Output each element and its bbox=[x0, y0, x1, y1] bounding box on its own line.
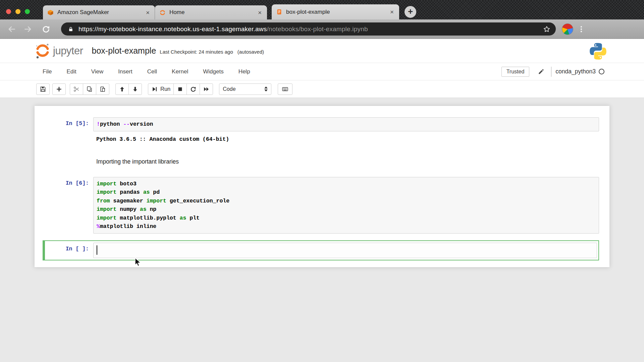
notebook-header: jupyter box-plot-example Last Checkpoint… bbox=[0, 39, 644, 63]
menu-insert[interactable]: Insert bbox=[118, 68, 132, 75]
command-palette-button[interactable] bbox=[278, 83, 292, 95]
insert-group bbox=[52, 83, 66, 95]
restart-icon bbox=[190, 86, 197, 93]
lock-icon bbox=[68, 26, 74, 32]
url-path: /notebooks/box-plot-example.ipynb bbox=[267, 25, 368, 33]
save-group bbox=[36, 83, 50, 95]
browser-profile-avatar[interactable] bbox=[562, 23, 573, 35]
text-caret bbox=[97, 245, 97, 255]
notebook-doc-icon bbox=[276, 9, 282, 15]
prompt-column bbox=[35, 135, 93, 144]
fast-forward-icon bbox=[203, 86, 210, 93]
notebook-toolbar: Run Code bbox=[0, 80, 644, 98]
reload-icon[interactable] bbox=[42, 25, 50, 34]
cell-type-select[interactable]: Code bbox=[219, 83, 271, 95]
output-area: Python 3.6.5 :: Anaconda custom (64-bit) bbox=[35, 135, 599, 144]
menu-cell[interactable]: Cell bbox=[147, 68, 157, 75]
tab-title: Home bbox=[169, 9, 257, 16]
address-bar[interactable]: https://my-notebook-instance.notebook.us… bbox=[61, 22, 556, 36]
autosave-status: (autosaved) bbox=[237, 49, 264, 55]
window-close-button[interactable] bbox=[6, 9, 11, 14]
notebook-title[interactable]: box-plot-example bbox=[92, 46, 156, 56]
move-cell-down-button[interactable] bbox=[128, 83, 142, 95]
jupyter-logo-icon[interactable] bbox=[35, 43, 50, 59]
input-prompt: In [5]: bbox=[66, 117, 89, 127]
input-prompt: In [ ]: bbox=[66, 243, 89, 252]
menu-view[interactable]: View bbox=[91, 68, 104, 75]
back-icon[interactable] bbox=[7, 25, 16, 34]
tab-close-icon[interactable]: × bbox=[389, 9, 394, 15]
copy-cell-button[interactable] bbox=[83, 83, 96, 95]
markdown-cell[interactable]: Importing the important libraries bbox=[35, 157, 599, 166]
selected-empty-cell[interactable]: In [ ]: bbox=[43, 240, 599, 260]
tab-close-icon[interactable]: × bbox=[257, 9, 262, 16]
menu-file[interactable]: File bbox=[43, 68, 52, 75]
screen: Amazon SageMaker × Home × box-plot-examp… bbox=[0, 0, 644, 362]
run-label: Run bbox=[160, 86, 170, 92]
code-editor[interactable]: !python --version bbox=[93, 117, 599, 131]
browser-toolbar: https://my-notebook-instance.notebook.us… bbox=[0, 19, 644, 39]
palette-group bbox=[278, 83, 292, 95]
run-cell-button[interactable]: Run bbox=[148, 83, 174, 95]
prompt-column: In [5]: bbox=[35, 117, 93, 131]
move-cell-up-button[interactable] bbox=[115, 83, 129, 95]
checkpoint-status: Last Checkpoint: 24 minutes ago bbox=[160, 49, 233, 55]
copy-icon bbox=[86, 86, 93, 93]
browser-menu-icon[interactable] bbox=[578, 25, 585, 33]
code-cell-in6: In [6]: import boto3import pandas as pdf… bbox=[35, 177, 599, 234]
prompt-column: In [6]: bbox=[35, 177, 93, 234]
divider bbox=[551, 67, 551, 77]
paste-cell-button[interactable] bbox=[96, 83, 109, 95]
tab-title: box-plot-example bbox=[286, 9, 389, 15]
notebook-page: In [5]: !python --version Python 3.6.5 :… bbox=[0, 98, 644, 362]
tab-home[interactable]: Home × bbox=[155, 5, 267, 19]
code-editor[interactable]: import boto3import pandas as pdfrom sage… bbox=[93, 177, 599, 234]
arrow-up-icon bbox=[119, 86, 125, 93]
scissors-icon bbox=[73, 86, 80, 93]
menu-kernel[interactable]: Kernel bbox=[172, 68, 188, 75]
tab-box-plot-example[interactable]: box-plot-example × bbox=[272, 4, 399, 19]
restart-run-all-button[interactable] bbox=[200, 83, 213, 95]
kernel-name: conda_python3 bbox=[555, 68, 596, 75]
output-text: Python 3.6.5 :: Anaconda custom (64-bit) bbox=[93, 135, 229, 144]
plus-icon bbox=[56, 86, 62, 93]
notebook-menubar: File Edit View Insert Cell Kernel Widget… bbox=[0, 63, 644, 80]
menu-widgets[interactable]: Widgets bbox=[203, 68, 223, 75]
bookmark-star-icon[interactable] bbox=[543, 25, 550, 33]
edit-title-pencil-icon[interactable] bbox=[538, 68, 544, 75]
cut-cell-button[interactable] bbox=[70, 83, 83, 95]
run-icon bbox=[151, 86, 158, 93]
new-tab-button[interactable]: + bbox=[405, 6, 416, 18]
window-zoom-button[interactable] bbox=[25, 9, 30, 14]
select-arrows-icon bbox=[264, 86, 268, 92]
window-minimize-button[interactable] bbox=[15, 9, 20, 14]
clipboard-group bbox=[70, 83, 109, 95]
kernel-idle-indicator-icon bbox=[599, 69, 604, 74]
empty-cell-editor[interactable] bbox=[93, 243, 597, 258]
window-controls bbox=[6, 9, 30, 14]
tabs: Amazon SageMaker × Home × box-plot-examp… bbox=[43, 0, 416, 19]
url-host: https://my-notebook-instance.notebook.us… bbox=[78, 25, 267, 33]
menubar-right: Trusted conda_python3 bbox=[501, 67, 604, 77]
jupyter-logo-text[interactable]: jupyter bbox=[53, 45, 83, 57]
restart-kernel-button[interactable] bbox=[186, 83, 200, 95]
tab-title: Amazon SageMaker bbox=[57, 9, 145, 16]
python-logo-icon bbox=[588, 42, 608, 61]
mouse-cursor-icon bbox=[133, 257, 142, 267]
prompt-column: In [ ]: bbox=[45, 243, 93, 258]
save-button[interactable] bbox=[36, 83, 50, 95]
floppy-icon bbox=[40, 86, 46, 93]
tab-amazon-sagemaker[interactable]: Amazon SageMaker × bbox=[43, 5, 155, 19]
trusted-button[interactable]: Trusted bbox=[501, 67, 530, 77]
tab-close-icon[interactable]: × bbox=[145, 9, 150, 16]
interrupt-kernel-button[interactable] bbox=[173, 83, 187, 95]
paste-icon bbox=[99, 86, 106, 93]
input-prompt: In [6]: bbox=[66, 177, 89, 186]
add-cell-button[interactable] bbox=[52, 83, 66, 95]
cell-type-value: Code bbox=[223, 86, 235, 92]
menu-help[interactable]: Help bbox=[238, 68, 250, 75]
sagemaker-cube-icon bbox=[48, 10, 53, 15]
forward-icon[interactable] bbox=[23, 25, 32, 34]
run-group: Run bbox=[148, 83, 213, 95]
menu-edit[interactable]: Edit bbox=[66, 68, 76, 75]
